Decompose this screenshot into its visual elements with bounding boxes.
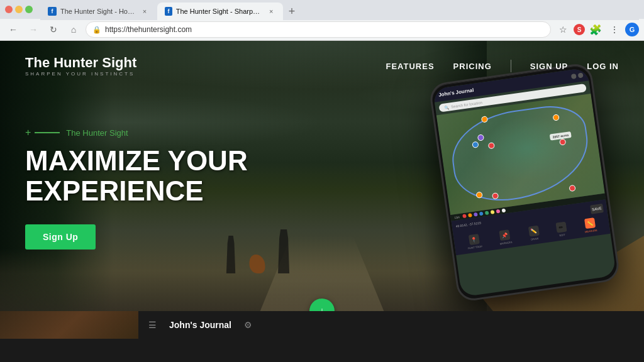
phone-map: 2057 acres: [436, 94, 605, 215]
hero-tagline: + The Hunter Sight: [25, 127, 248, 138]
tab-2-close[interactable]: ×: [267, 6, 275, 16]
map-territory-overlay: [447, 101, 594, 207]
hero-title: MAXIMIZE YOUR EXPERIENCE: [25, 146, 248, 207]
legend-dot-8: [502, 209, 506, 213]
url-bar[interactable]: 🔒 https://thehuntersight.com: [86, 21, 551, 38]
phone-tool-hunt[interactable]: 📍 HUNT TROP: [466, 234, 482, 250]
nav-pricing[interactable]: PRICING: [453, 62, 492, 71]
phone-mockup: John's Journal 🔍 Search for location: [428, 62, 621, 303]
phone-tool-markers[interactable]: 📌 MARKERS: [498, 229, 513, 246]
extensions-button[interactable]: S: [574, 24, 585, 35]
url-text: https://thehuntersight.com: [105, 25, 544, 34]
phone-save-btn[interactable]: SAVE: [590, 204, 604, 214]
preview-app-bar: ☰ John's Journal ⚙: [138, 311, 644, 339]
extension2-button[interactable]: 🧩: [587, 21, 604, 38]
below-fold-section: ☰ John's Journal ⚙: [0, 311, 644, 339]
preview-title: John's Journal: [169, 320, 231, 330]
home-button[interactable]: ⌂: [65, 21, 82, 38]
preview-thumbnail: [0, 311, 138, 339]
dog-silhouette: [249, 255, 265, 273]
tabs-bar: f The Hunter Sight - Home × f The Hunter…: [40, 0, 639, 20]
nav-login[interactable]: LOG IN: [587, 62, 619, 71]
legend-dot-7: [496, 209, 501, 214]
new-tab-button[interactable]: +: [283, 3, 301, 20]
navbar: The Hunter Sight Sharpen Your Instincts …: [0, 41, 644, 91]
map-pin-red-4[interactable]: [569, 185, 575, 192]
hunt-icon: 📍: [469, 234, 480, 245]
bottom-preview: ☰ John's Journal ⚙: [0, 311, 644, 339]
tab-2[interactable]: f The Hunter Sight - Sharpen You... ×: [157, 3, 283, 20]
edit-label: EDIT: [559, 233, 565, 237]
measure-label: MEASURE: [585, 229, 597, 234]
search-icon: 🔍: [444, 105, 449, 110]
phone-outer: John's Journal 🔍 Search for location: [428, 62, 621, 303]
preview-gear-icon[interactable]: ⚙: [244, 320, 252, 330]
nav-divider: [511, 60, 511, 72]
site-wrapper: The Hunter Sight Sharpen Your Instincts …: [0, 41, 644, 339]
logo-subtitle: Sharpen Your Instincts: [25, 71, 136, 77]
tagline-text: The Hunter Sight: [66, 128, 128, 138]
address-bar: ← → ↻ ⌂ 🔒 https://thehuntersight.com ☆ S…: [0, 19, 644, 40]
hero-content: + The Hunter Sight MAXIMIZE YOUR EXPERIE…: [25, 127, 248, 250]
logo: The Hunter Sight Sharpen Your Instincts: [25, 56, 136, 77]
legend-dot-1: [462, 214, 467, 218]
tab-1-label: The Hunter Sight - Home: [60, 8, 136, 15]
bookmark-button[interactable]: ☆: [555, 21, 571, 38]
tab-2-favicon: f: [165, 7, 172, 16]
search-placeholder: Search for location: [451, 101, 482, 109]
hero-signup-button[interactable]: Sign Up: [25, 224, 96, 250]
scroll-down-icon: ↓: [319, 305, 325, 312]
browser-chrome: f The Hunter Sight - Home × f The Hunter…: [0, 0, 644, 41]
tab-2-label: The Hunter Sight - Sharpen You...: [176, 8, 264, 15]
hero-title-line2: EXPERIENCE: [25, 175, 204, 206]
title-bar: f The Hunter Sight - Home × f The Hunter…: [0, 0, 644, 19]
person2-silhouette: [277, 229, 290, 273]
edit-icon: ✏: [555, 222, 567, 233]
draw-icon: ✏️: [528, 226, 540, 237]
preview-menu-icon[interactable]: ☰: [148, 320, 157, 330]
hero-section: The Hunter Sight Sharpen Your Instincts …: [0, 41, 644, 311]
legend-dot-5: [485, 211, 489, 215]
phone-tool-edit[interactable]: ✏ EDIT: [555, 222, 567, 238]
back-button[interactable]: ←: [5, 21, 21, 38]
draw-label: DRAW: [531, 237, 539, 241]
tagline-line: +: [25, 127, 60, 138]
window-minimize-btn[interactable]: [15, 6, 23, 13]
hunt-label: HUNT TROP: [468, 244, 483, 250]
tab-1[interactable]: f The Hunter Sight - Home ×: [40, 3, 157, 20]
legend-dot-6: [491, 210, 495, 214]
nav-features[interactable]: FEATURES: [386, 62, 434, 71]
window-close-btn[interactable]: [5, 6, 13, 13]
nav-signup[interactable]: SIGN UP: [530, 62, 568, 71]
legend-dot-3: [474, 212, 478, 217]
legend-dot-4: [479, 212, 484, 216]
tab-1-close[interactable]: ×: [140, 6, 150, 16]
nav-links: FEATURES PRICING SIGN UP LOG IN: [386, 60, 619, 72]
logo-title: The Hunter Sight: [25, 56, 136, 70]
profile-button[interactable]: G: [625, 23, 639, 36]
phone-screen: John's Journal 🔍 Search for location: [433, 67, 616, 297]
green-dash-icon: [35, 132, 60, 133]
preview-thumb-overlay: [0, 311, 138, 339]
refresh-button[interactable]: ↻: [45, 21, 62, 38]
phone-tool-draw[interactable]: ✏️ DRAW: [528, 226, 540, 241]
markers-label: MARKERS: [499, 241, 512, 246]
green-plus-icon: +: [25, 127, 31, 138]
legend-dot-2: [468, 213, 472, 217]
markers-icon: 📌: [499, 229, 511, 241]
phone-tool-measure[interactable]: 📏 MEASURE: [583, 217, 597, 234]
ssl-lock-icon: 🔒: [92, 26, 101, 34]
tab-1-favicon: f: [48, 7, 57, 16]
extension3-button[interactable]: ⋮: [606, 21, 623, 38]
hero-title-line1: MAXIMIZE YOUR: [25, 145, 248, 176]
forward-button[interactable]: →: [25, 21, 42, 38]
window-maximize-btn[interactable]: [25, 6, 33, 13]
browser-icons: ☆ S 🧩 ⋮ G: [555, 21, 639, 38]
measure-icon: 📏: [584, 217, 596, 229]
